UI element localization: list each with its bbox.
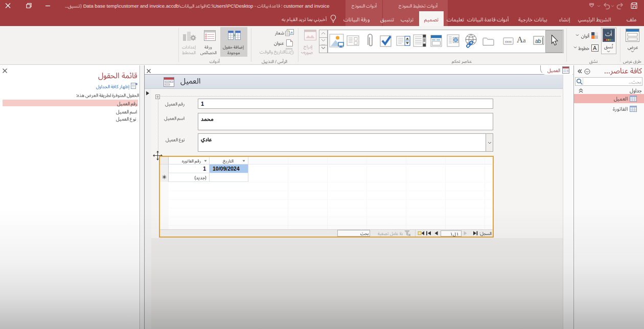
svg-text:A: A [593, 45, 597, 51]
